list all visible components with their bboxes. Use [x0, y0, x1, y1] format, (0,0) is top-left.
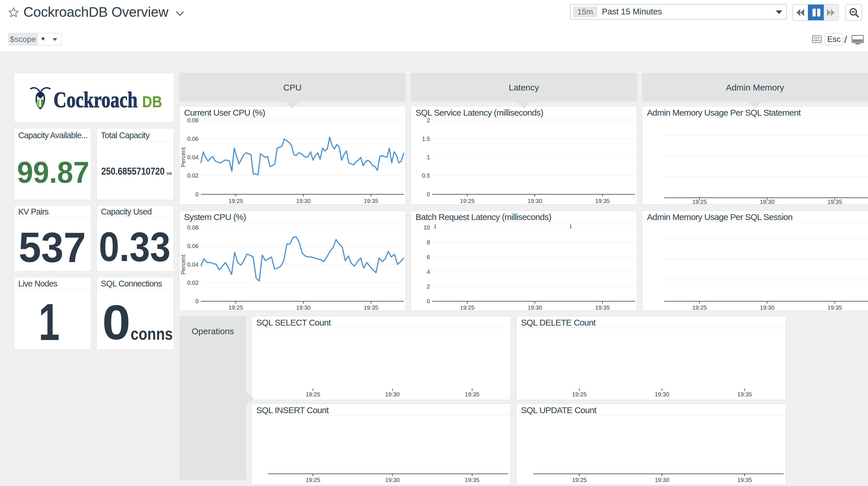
svg-text:19:35: 19:35 — [364, 198, 378, 204]
svg-text:19:30: 19:30 — [760, 305, 774, 311]
svg-text:0.02: 0.02 — [187, 172, 198, 179]
svg-text:0.33: 0.33 — [99, 224, 170, 270]
svg-text:19:25: 19:25 — [692, 199, 707, 204]
svg-text:DB: DB — [142, 93, 162, 111]
svg-text:19:25: 19:25 — [228, 305, 243, 311]
svg-text:0: 0 — [427, 298, 430, 305]
svg-text:0: 0 — [427, 191, 430, 197]
svg-text:4: 4 — [427, 268, 430, 275]
svg-text:10: 10 — [424, 224, 430, 231]
svg-text:0: 0 — [102, 295, 131, 349]
svg-text:19:25: 19:25 — [572, 477, 587, 483]
svg-text:19:30: 19:30 — [760, 199, 774, 204]
svg-text:537: 537 — [19, 224, 86, 271]
svg-text:250.6855710720: 250.6855710720 — [101, 166, 165, 177]
svg-text:19:25: 19:25 — [460, 305, 474, 311]
svg-text:19:30: 19:30 — [296, 198, 311, 204]
svg-text:0.06: 0.06 — [187, 243, 198, 249]
svg-text:1.5: 1.5 — [422, 136, 430, 142]
svg-text:2: 2 — [427, 117, 430, 123]
svg-text:19:25: 19:25 — [572, 391, 587, 398]
svg-text:Percent: Percent — [180, 147, 186, 167]
svg-text:19:30: 19:30 — [385, 477, 400, 483]
svg-text:19:35: 19:35 — [595, 198, 610, 204]
svg-text:19:35: 19:35 — [595, 305, 610, 311]
svg-text:0: 0 — [195, 298, 198, 305]
svg-text:19:35: 19:35 — [737, 477, 752, 483]
svg-text:Cockroach: Cockroach — [54, 87, 137, 112]
svg-text:19:35: 19:35 — [828, 305, 842, 311]
svg-text:19:35: 19:35 — [465, 477, 479, 483]
svg-text:19:30: 19:30 — [385, 391, 400, 398]
svg-text:0.08: 0.08 — [187, 224, 198, 231]
svg-text:19:30: 19:30 — [655, 477, 669, 483]
svg-text:19:25: 19:25 — [692, 305, 707, 311]
svg-text:19:30: 19:30 — [528, 198, 542, 204]
svg-text:1: 1 — [427, 154, 430, 161]
svg-text:6: 6 — [427, 254, 430, 260]
svg-text:1: 1 — [39, 293, 60, 349]
svg-text:0.08: 0.08 — [187, 117, 198, 123]
svg-text:19:25: 19:25 — [306, 477, 320, 483]
svg-text:19:25: 19:25 — [306, 391, 320, 398]
svg-text:19:35: 19:35 — [364, 305, 378, 311]
svg-text:0.04: 0.04 — [187, 154, 198, 161]
svg-text:19:30: 19:30 — [296, 305, 311, 311]
svg-text:19:35: 19:35 — [465, 391, 479, 398]
svg-text:19:25: 19:25 — [460, 198, 474, 204]
svg-text:19:30: 19:30 — [528, 305, 542, 311]
svg-text:99.87: 99.87 — [17, 156, 89, 189]
svg-text:0.02: 0.02 — [187, 280, 198, 286]
svg-text:19:30: 19:30 — [655, 391, 669, 398]
svg-text:0.06: 0.06 — [187, 136, 198, 142]
svg-text:2: 2 — [427, 283, 430, 290]
svg-text:19:35: 19:35 — [737, 391, 752, 398]
svg-text:19:35: 19:35 — [828, 199, 842, 204]
svg-text:19:25: 19:25 — [228, 198, 243, 204]
svg-text:Percent: Percent — [180, 254, 186, 275]
svg-text:GB: GB — [167, 172, 172, 175]
svg-text:0: 0 — [195, 191, 198, 197]
svg-text:conns: conns — [131, 324, 173, 343]
svg-text:0.5: 0.5 — [422, 172, 430, 179]
svg-text:0.04: 0.04 — [187, 261, 198, 268]
svg-text:8: 8 — [427, 239, 430, 246]
